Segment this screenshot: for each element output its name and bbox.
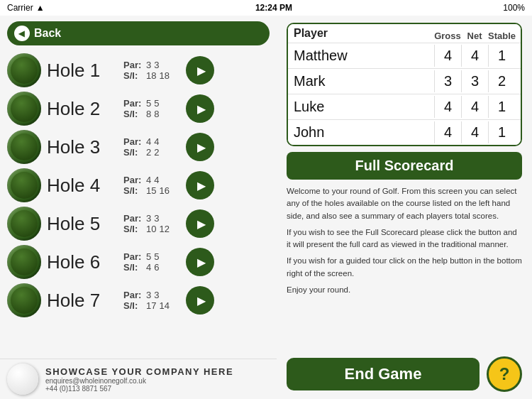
golf-ball-logo	[7, 364, 38, 395]
par-label: Par:	[123, 98, 143, 109]
help-button[interactable]: ?	[487, 356, 522, 392]
hole-name: Hole 2	[47, 98, 118, 120]
hole-play-button[interactable]	[186, 209, 214, 238]
hole-row: Hole 6 Par: 5 5 S/I: 4 6	[7, 243, 270, 281]
hole-play-button[interactable]	[186, 94, 214, 123]
hole-row: Hole 4 Par: 4 4 S/I: 15 16	[7, 166, 270, 204]
si-row: S/I: 8 8	[123, 109, 180, 119]
hole-par-si: Par: 4 4 S/I: 2 2	[123, 136, 180, 158]
hole-name: Hole 4	[47, 175, 118, 197]
stable-score: 1	[488, 45, 515, 67]
hole-par-si: Par: 3 3 S/I: 18 18	[123, 60, 180, 81]
logo-area: SHOWCASE YOUR COMPANY HERE enquires@whol…	[0, 359, 277, 399]
player-col-header: Player	[294, 27, 434, 41]
desc-p3: If you wish for a guided tour click on t…	[287, 255, 522, 280]
par-value1: 5	[146, 251, 151, 262]
par-row: Par: 4 4	[123, 136, 180, 147]
hole-ball-inner	[11, 95, 38, 122]
hole-ball-inner	[11, 248, 38, 275]
logo-sub1: enquires@wholeinonegolf.co.uk	[45, 377, 233, 385]
hole-play-button[interactable]	[186, 56, 214, 84]
back-button[interactable]: Back	[7, 21, 270, 45]
carrier-label: Carrier	[7, 3, 33, 13]
hole-par-si: Par: 4 4 S/I: 15 16	[123, 175, 180, 196]
si-row: S/I: 17 14	[123, 300, 180, 311]
si-value2: 8	[154, 109, 159, 119]
hole-name: Hole 5	[47, 213, 118, 235]
si-value1: 8	[146, 109, 151, 119]
player-name: Mark	[294, 70, 434, 92]
par-label: Par:	[123, 175, 143, 185]
end-game-button[interactable]: End Game	[287, 358, 480, 390]
hole-play-button[interactable]	[186, 133, 214, 161]
par-value2: 3	[154, 213, 159, 224]
net-col-header: Net	[461, 31, 488, 41]
stable-score: 1	[488, 96, 515, 118]
si-label: S/I:	[123, 147, 143, 158]
par-label: Par:	[123, 251, 143, 262]
par-row: Par: 5 5	[123, 98, 180, 109]
hole-play-button[interactable]	[186, 171, 214, 200]
hole-row: Hole 3 Par: 4 4 S/I: 2 2	[7, 128, 270, 166]
hole-name: Hole 6	[47, 251, 118, 273]
si-value1: 17	[146, 300, 156, 311]
par-row: Par: 3 3	[123, 290, 180, 300]
left-panel: Back Hole 1 Par: 3 3 S/I: 18 18 H	[0, 16, 277, 399]
bottom-buttons: End Game ?	[287, 356, 522, 392]
status-left: Carrier ▲	[7, 3, 45, 13]
stable-score: 2	[488, 70, 515, 92]
hole-ball-inner	[11, 57, 38, 84]
si-label: S/I:	[123, 300, 143, 311]
hole-ball	[7, 53, 41, 87]
logo-sub2: +44 (0)113 8871 567	[45, 385, 233, 393]
scorecard-rows: Matthew 4 4 1 Mark 3 3 2 Luke 4 4 1 John…	[288, 43, 521, 145]
status-bar: Carrier ▲ 12:24 PM 100%	[0, 0, 532, 16]
hole-ball	[7, 92, 41, 126]
scorecard-header: Player Gross Net Stable	[288, 24, 521, 43]
net-score: 4	[461, 45, 488, 67]
hole-row: Hole 2 Par: 5 5 S/I: 8 8	[7, 89, 270, 128]
par-value1: 3	[146, 60, 151, 70]
par-value2: 3	[154, 290, 159, 300]
back-label: Back	[34, 27, 61, 40]
hole-row: Hole 7 Par: 3 3 S/I: 17 14	[7, 281, 270, 319]
hole-ball-inner	[11, 172, 38, 199]
par-label: Par:	[123, 60, 143, 70]
hole-play-button[interactable]	[186, 248, 214, 276]
par-label: Par:	[123, 136, 143, 147]
par-value2: 4	[154, 136, 159, 147]
hole-par-si: Par: 3 3 S/I: 10 12	[123, 213, 180, 234]
battery-display: 100%	[503, 3, 525, 13]
net-score: 4	[461, 96, 488, 118]
si-label: S/I:	[123, 224, 143, 234]
hole-list: Hole 1 Par: 3 3 S/I: 18 18 Hole 2 Par: 5…	[0, 51, 277, 359]
si-row: S/I: 18 18	[123, 70, 180, 81]
si-label: S/I:	[123, 109, 143, 119]
si-value1: 10	[146, 224, 156, 234]
si-value2: 12	[159, 224, 169, 234]
hole-par-si: Par: 5 5 S/I: 8 8	[123, 98, 180, 119]
main-layout: Back Hole 1 Par: 3 3 S/I: 18 18 H	[0, 16, 532, 399]
si-value2: 6	[154, 262, 159, 273]
si-value2: 2	[154, 147, 159, 158]
par-label: Par:	[123, 213, 143, 224]
si-label: S/I:	[123, 185, 143, 196]
description-text: Welcome to your round of Golf. From this…	[287, 185, 522, 300]
back-arrow-icon	[14, 26, 30, 41]
si-value1: 18	[146, 70, 156, 81]
scorecard-player-row: John 4 4 1	[288, 119, 521, 145]
player-name: John	[294, 121, 434, 143]
si-label: S/I:	[123, 262, 143, 273]
hole-par-si: Par: 3 3 S/I: 17 14	[123, 290, 180, 311]
si-label: S/I:	[123, 70, 143, 81]
hole-par-si: Par: 5 5 S/I: 4 6	[123, 251, 180, 273]
hole-ball	[7, 168, 41, 202]
gross-score: 4	[434, 45, 461, 67]
desc-p4: Enjoy your round.	[287, 284, 522, 296]
si-value2: 16	[159, 185, 169, 196]
desc-p1: Welcome to your round of Golf. From this…	[287, 185, 522, 222]
logo-main-text: SHOWCASE YOUR COMPANY HERE	[45, 366, 233, 377]
hole-play-button[interactable]	[186, 286, 214, 315]
holes-container: Hole 1 Par: 3 3 S/I: 18 18 Hole 2 Par: 5…	[7, 51, 270, 319]
full-scorecard-button[interactable]: Full Scorecard	[287, 152, 522, 180]
